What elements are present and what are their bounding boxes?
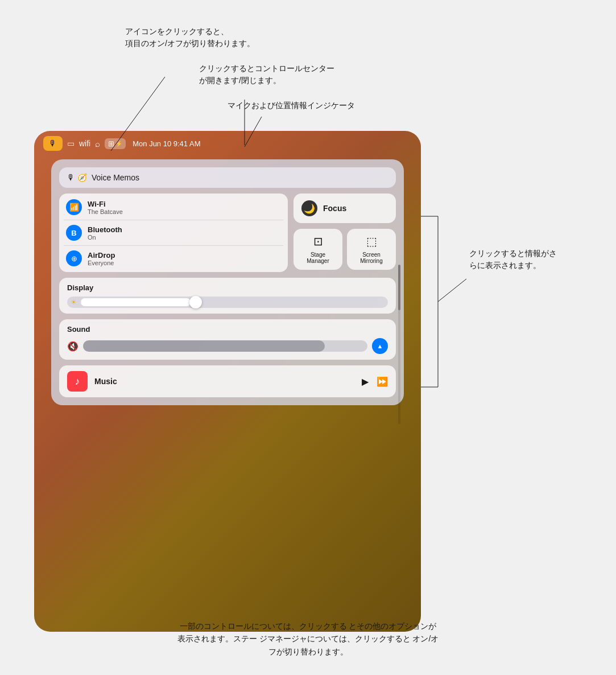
stage-manager-button[interactable]: ⊡ StageManager: [293, 229, 342, 270]
battery-icon: ▭: [67, 139, 75, 148]
lightning-icon: ⚡: [115, 141, 122, 147]
search-icon: ⌕: [95, 139, 100, 149]
music-controls: ▶ ⏩: [362, 376, 388, 387]
screen-mirroring-button[interactable]: ⬚ ScreenMirroring: [347, 229, 396, 270]
svg-line-6: [438, 279, 466, 302]
airdrop-text: AirDrop Everyone: [88, 251, 115, 266]
network-panel: 📶 Wi-Fi The Batcave B Bluetooth On: [59, 194, 288, 272]
airplay-glyph: ▲: [377, 343, 383, 349]
sun-icon: ☀: [71, 298, 77, 306]
airdrop-subtitle: Everyone: [88, 260, 115, 266]
wifi-icon: wifi: [79, 139, 90, 148]
wifi-icon-btn: 📶: [66, 199, 82, 215]
sound-slider-fill: [83, 340, 325, 352]
location-icon: 🧭: [77, 173, 87, 182]
bottom-right-row: ⊡ StageManager ⬚ ScreenMirroring: [293, 229, 396, 270]
annotation-mic-indicator: マイクおよび位置情報インジケータ: [228, 100, 355, 112]
mic-badge[interactable]: 🎙: [43, 136, 63, 151]
scrollbar-thumb[interactable]: [398, 265, 400, 310]
wifi-text: Wi-Fi The Batcave: [88, 200, 123, 215]
top-row: 📶 Wi-Fi The Batcave B Bluetooth On: [59, 194, 396, 272]
right-column: 🌙 Focus ⊡ StageManager ⬚ ScreenMirroring: [293, 194, 396, 272]
airdrop-item[interactable]: ⊕ AirDrop Everyone: [66, 250, 281, 266]
music-section[interactable]: ♪ Music ▶ ⏩: [59, 365, 396, 397]
wifi-title: Wi-Fi: [88, 200, 123, 208]
music-icon-glyph: ♪: [75, 376, 80, 388]
display-title: Display: [67, 283, 388, 292]
annotation-control-center: クリックするとコントロールセンター が開きます/閉じます。: [199, 63, 334, 87]
stage-manager-icon: ⊡: [313, 234, 323, 248]
annotation-right-middle: クリックすると情報がさ らに表示されます。: [469, 248, 557, 271]
voice-memos-icons: 🎙 🧭: [67, 173, 87, 182]
voice-memos-bar[interactable]: 🎙 🧭 Voice Memos: [59, 167, 396, 188]
screen-mirroring-label: ScreenMirroring: [360, 252, 382, 264]
music-app-icon: ♪: [67, 371, 88, 392]
bluetooth-glyph: B: [71, 229, 76, 237]
display-section: Display ☀: [59, 278, 396, 314]
bluetooth-text: Bluetooth On: [88, 225, 122, 241]
fast-forward-icon[interactable]: ⏩: [377, 376, 388, 387]
focus-icon: 🌙: [301, 200, 317, 216]
play-icon[interactable]: ▶: [362, 376, 369, 387]
focus-label: Focus: [323, 204, 346, 213]
music-label: Music: [94, 377, 355, 386]
wifi-glyph: 📶: [69, 203, 79, 212]
bluetooth-subtitle: On: [88, 234, 122, 241]
display-slider-fill: [81, 298, 191, 306]
focus-button[interactable]: 🌙 Focus: [293, 194, 396, 223]
display-slider[interactable]: ☀: [67, 297, 388, 308]
screen-mirroring-icon: ⬚: [366, 234, 377, 248]
display-slider-thumb: [189, 296, 202, 308]
voice-memos-label: Voice Memos: [92, 173, 388, 182]
ipad-screen: 🎙 ▭ wifi ⌕ ⊞ ⚡ Mon Jun 10 9:41 AM 🎙 🧭 Vo…: [34, 131, 421, 632]
sound-slider-row: 🔇 ▲: [67, 338, 388, 354]
sound-section: Sound 🔇 ▲: [59, 319, 396, 360]
bluetooth-title: Bluetooth: [88, 225, 122, 234]
divider-1: [64, 220, 283, 220]
annotation-bottom: 一部のコントロールについては、クリックする とその他のオプションが表示されます。…: [177, 620, 439, 658]
sound-title: Sound: [67, 325, 388, 334]
control-center-icon[interactable]: ⊞ ⚡: [105, 138, 126, 149]
moon-icon: 🌙: [304, 203, 315, 214]
airdrop-title: AirDrop: [88, 251, 115, 260]
airdrop-glyph: ⊕: [71, 254, 77, 263]
wifi-subtitle: The Batcave: [88, 208, 123, 215]
bluetooth-icon-btn: B: [66, 225, 82, 241]
sound-slider[interactable]: [83, 340, 367, 352]
bluetooth-item[interactable]: B Bluetooth On: [66, 225, 281, 241]
mic-indicator-icon: 🎙: [67, 173, 75, 182]
wifi-item[interactable]: 📶 Wi-Fi The Batcave: [66, 199, 281, 215]
status-bar: 🎙 ▭ wifi ⌕ ⊞ ⚡ Mon Jun 10 9:41 AM: [34, 131, 421, 156]
control-center-panel: 🎙 🧭 Voice Memos 📶 Wi-Fi The Batcave: [51, 159, 404, 405]
airdrop-icon-btn: ⊕: [66, 250, 82, 266]
scrollbar-track: [398, 265, 400, 424]
stage-manager-label: StageManager: [307, 252, 329, 264]
mute-icon[interactable]: 🔇: [67, 341, 78, 352]
control-center-glyph: ⊞: [108, 139, 114, 148]
divider-2: [64, 245, 283, 246]
airplay-icon[interactable]: ▲: [372, 338, 388, 354]
annotation-top-left: アイコンをクリックすると、 項目のオン/オフが切り替わります。: [125, 26, 255, 50]
status-time: Mon Jun 10 9:41 AM: [133, 139, 200, 148]
mic-icon: 🎙: [49, 139, 57, 148]
